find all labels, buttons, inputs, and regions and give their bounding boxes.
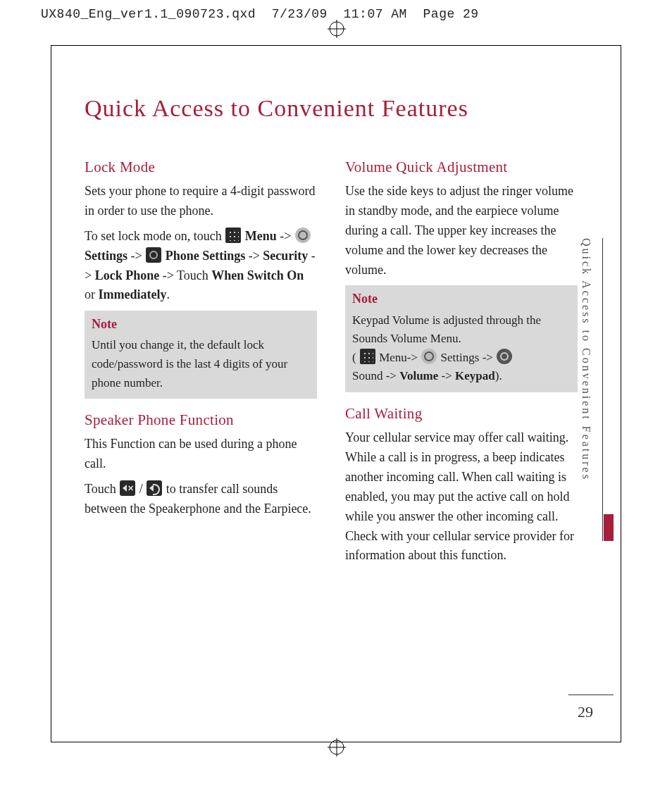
body-text: Use the side keys to adjust the ringer v… <box>345 182 578 280</box>
source-file-header: UX840_Eng_ver1.1_090723.qxd 7/23/09 11:0… <box>41 7 479 21</box>
side-section-label: Quick Access to Convenient Features <box>580 238 592 481</box>
right-column: Volume Quick Adjustment Use the side key… <box>345 151 578 571</box>
settings-gear-icon <box>421 349 437 364</box>
section-heading-call-waiting: Call Waiting <box>345 405 578 423</box>
registration-mark-top-icon <box>328 20 346 38</box>
section-heading-speaker: Speaker Phone Function <box>85 411 317 429</box>
speaker-off-icon <box>120 480 135 496</box>
left-column: Lock Mode Sets your phone to require a 4… <box>85 151 317 571</box>
speaker-on-icon <box>147 480 162 496</box>
section-heading-volume: Volume Quick Adjustment <box>345 158 578 176</box>
menu-icon <box>360 349 375 364</box>
note-heading: Note <box>352 289 571 308</box>
registration-mark-bottom-icon <box>328 738 346 756</box>
sound-icon <box>497 349 512 364</box>
body-text: This Function can be used during a phone… <box>85 435 317 474</box>
phone-settings-icon <box>146 247 161 263</box>
page-number-rule <box>568 695 614 695</box>
side-rail: Quick Access to Convenient Features <box>580 238 603 541</box>
note-box: Note Keypad Volume is adjusted through t… <box>345 285 578 392</box>
menu-icon <box>225 228 241 243</box>
page-title: Quick Access to Convenient Features <box>85 95 468 122</box>
body-text: Touch / to transfer call sounds between … <box>85 480 317 519</box>
note-text: Until you change it, the default lock co… <box>92 338 287 389</box>
side-accent-bar <box>604 514 614 541</box>
section-heading-lock-mode: Lock Mode <box>85 158 317 176</box>
settings-gear-icon <box>295 228 311 243</box>
body-text: Your cellular service may offer call wai… <box>345 428 578 566</box>
note-box: Note Until you change it, the default lo… <box>85 311 317 399</box>
body-text: To set lock mode on, touch Menu -> Setti… <box>85 227 317 306</box>
body-text: Sets your phone to require a 4-digit pas… <box>85 182 317 221</box>
note-text: Keypad Volume is adjusted through the So… <box>352 313 541 383</box>
page-number: 29 <box>578 703 593 721</box>
note-heading: Note <box>92 315 310 333</box>
